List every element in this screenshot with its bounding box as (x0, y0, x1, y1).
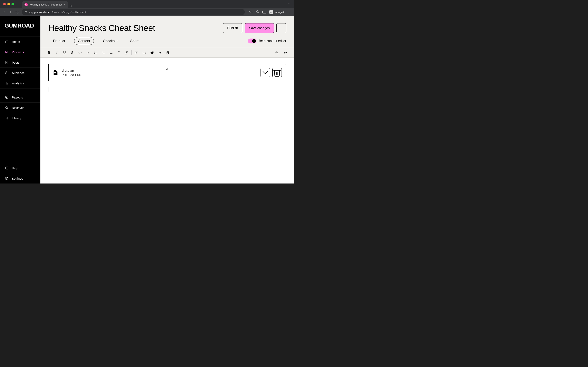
sidebar-item-analytics[interactable]: Analytics (0, 78, 40, 88)
text-size-button[interactable]: TT (85, 50, 90, 55)
sidebar-item-help[interactable]: Help (0, 163, 40, 173)
back-button[interactable] (2, 10, 6, 14)
sidebar-item-posts[interactable]: Posts (0, 57, 40, 67)
forward-button[interactable] (9, 10, 13, 14)
sidebar-item-audience[interactable]: Audience (0, 67, 40, 78)
align-button[interactable] (109, 50, 113, 55)
payouts-icon (5, 95, 9, 99)
profile-label: Incognito (275, 11, 285, 14)
svg-point-35 (136, 52, 136, 53)
svg-rect-36 (143, 52, 145, 54)
beta-toggle[interactable] (248, 39, 256, 43)
sidebar-item-label: Discover (12, 106, 24, 109)
favicon-icon: G (25, 3, 28, 6)
tab-title: Healthy Snacks Cheat Sheet (29, 3, 62, 6)
sidebar-item-discover[interactable]: Discover (0, 102, 40, 113)
sidebar-item-label: Help (12, 166, 18, 170)
italic-button[interactable]: I (54, 50, 59, 55)
bold-button[interactable]: B (47, 50, 52, 55)
svg-point-19 (94, 52, 95, 52)
file-meta: PDF · 20.1 KB (62, 73, 81, 76)
save-changes-button[interactable]: Save changes (245, 23, 274, 33)
button-label: Publish (227, 26, 238, 30)
svg-point-8 (6, 72, 7, 73)
sidebar-item-settings[interactable]: Settings (0, 173, 40, 184)
reload-button[interactable] (15, 10, 19, 14)
library-icon (5, 116, 9, 120)
publish-button[interactable]: Publish (223, 23, 242, 33)
redo-button[interactable] (283, 50, 288, 55)
file-name: dietplan (62, 69, 81, 73)
code-button[interactable] (78, 50, 82, 55)
ordered-list-button[interactable]: 123 (101, 50, 106, 55)
close-window-icon[interactable] (3, 3, 6, 5)
tab-product[interactable]: Product (49, 37, 69, 45)
page-button[interactable] (165, 50, 170, 55)
sidebar-item-label: Audience (12, 71, 25, 75)
twitter-button[interactable] (150, 50, 155, 55)
new-tab-button[interactable]: + (70, 4, 72, 8)
video-button[interactable] (142, 50, 147, 55)
browser-tab[interactable]: G Healthy Snacks Cheat Sheet × (22, 1, 68, 8)
tab-checkout[interactable]: Checkout (99, 37, 121, 45)
address-bar-row: app.gumroad.com/products/xdpgv/edit#cont… (0, 8, 294, 16)
page-title: Healthy Snacks Cheat Sheet (48, 23, 155, 33)
svg-point-3 (271, 12, 272, 13)
sidebar-item-label: Analytics (12, 82, 24, 85)
tab-label: Product (53, 39, 65, 43)
underline-button[interactable]: U (62, 50, 67, 55)
zoom-window-icon[interactable] (11, 3, 14, 5)
svg-point-9 (7, 72, 8, 73)
tab-label: Content (78, 39, 90, 43)
url-path: /products/xdpgv/edit#content (52, 11, 86, 14)
close-tab-icon[interactable]: × (64, 3, 65, 6)
sidebar-item-home[interactable]: Home (0, 36, 40, 47)
text-cursor (49, 87, 49, 92)
editor-body[interactable]: dietplan PDF · 20.1 KB (40, 58, 294, 184)
drag-handle-icon[interactable] (166, 68, 169, 71)
image-button[interactable] (134, 50, 139, 55)
discover-icon (5, 106, 9, 109)
undo-button[interactable] (274, 50, 279, 55)
bookmark-star-icon[interactable] (256, 10, 259, 14)
svg-point-21 (94, 53, 95, 54)
tab-content[interactable]: Content (74, 37, 94, 45)
address-bar[interactable]: app.gumroad.com/products/xdpgv/edit#cont… (22, 9, 245, 15)
beta-toggle-row: Beta content editor (248, 39, 286, 43)
ai-button[interactable] (157, 50, 162, 55)
browser-tabstrip: G Healthy Snacks Cheat Sheet × + (0, 0, 294, 8)
sidebar-item-label: Settings (12, 177, 23, 180)
svg-rect-41 (54, 72, 56, 73)
svg-rect-42 (54, 73, 56, 73)
tab-share[interactable]: Share (127, 37, 143, 45)
url-domain: app.gumroad.com (29, 11, 51, 14)
svg-line-15 (7, 108, 8, 109)
svg-rect-34 (135, 52, 138, 54)
eye-off-icon[interactable] (249, 10, 253, 14)
extensions-icon[interactable] (262, 11, 266, 13)
quote-button[interactable]: “ (116, 50, 121, 55)
svg-point-2 (270, 12, 271, 13)
logo[interactable]: GUMROAD (0, 16, 40, 36)
browser-menu-icon[interactable]: ⋮ (288, 10, 292, 14)
profile-badge[interactable]: Incognito (269, 10, 285, 14)
minimize-window-icon[interactable] (7, 3, 10, 5)
posts-icon (5, 60, 9, 64)
svg-text:3: 3 (102, 53, 103, 54)
incognito-icon (269, 10, 273, 14)
sidebar-item-label: Payouts (12, 96, 23, 99)
sidebar-item-library[interactable]: Library (0, 113, 40, 123)
file-attachment-card[interactable]: dietplan PDF · 20.1 KB (48, 64, 286, 81)
tabs-dropdown-icon[interactable] (288, 2, 291, 6)
sidebar-item-payouts[interactable]: Payouts (0, 92, 40, 102)
strike-button[interactable]: S (70, 50, 75, 55)
delete-file-button[interactable] (272, 68, 282, 77)
sidebar-divider (0, 88, 40, 92)
bullet-list-button[interactable] (93, 50, 98, 55)
tab-label: Share (130, 39, 139, 43)
link-button[interactable] (124, 50, 129, 55)
expand-file-button[interactable] (260, 68, 270, 77)
sidebar-item-label: Posts (12, 61, 20, 64)
sidebar-item-products[interactable]: Products (0, 47, 40, 57)
share-link-button[interactable] (277, 23, 286, 33)
